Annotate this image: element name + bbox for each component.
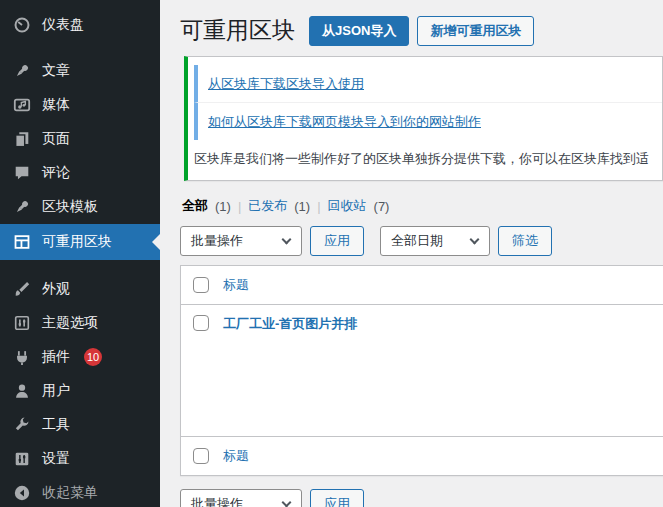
bulk-action-selected-value: 批量操作 xyxy=(191,233,243,248)
sidebar-item-block-templates[interactable]: 区块模板 xyxy=(0,190,160,224)
notice-description: 区块库是我们将一些制作好了的区块单独拆分提供下载，你可以在区块库找到适 xyxy=(194,150,662,168)
block-library-notice: 从区块库下载区块导入使用 如何从区块库下载网页模块导入到你的网站制作 区块库是我… xyxy=(184,56,663,181)
pin-icon xyxy=(12,197,32,217)
sidebar-item-label: 媒体 xyxy=(42,96,70,114)
select-all-checkbox-footer[interactable] xyxy=(193,448,209,464)
filter-separator: | xyxy=(238,199,241,214)
filter-trash-count: (7) xyxy=(374,199,390,214)
filter-all[interactable]: 全部 xyxy=(182,197,208,215)
title-column-footer[interactable]: 标题 xyxy=(223,447,249,465)
sidebar-item-reusable-blocks[interactable]: 可重用区块 xyxy=(0,224,160,260)
filter-button[interactable]: 筛选 xyxy=(498,226,552,256)
sidebar-item-posts[interactable]: 文章 xyxy=(0,54,160,88)
menu-separator xyxy=(0,260,160,272)
row-checkbox[interactable] xyxy=(193,315,209,331)
sidebar-item-dashboard[interactable]: 仪表盘 xyxy=(0,8,160,42)
wrench-icon xyxy=(12,415,32,435)
page-header: 可重用区块 从JSON导入 新增可重用区块 xyxy=(180,0,663,48)
table-footer-row: 标题 xyxy=(181,437,663,475)
filter-separator: | xyxy=(317,199,320,214)
sidebar-item-label: 收起菜单 xyxy=(42,484,98,502)
sidebar-item-label: 插件 xyxy=(42,348,70,366)
theme-options-icon xyxy=(12,313,32,333)
bulk-action-select-bottom[interactable]: 批量操作 xyxy=(180,489,302,507)
plugins-update-badge: 10 xyxy=(84,348,102,366)
sidebar-item-label: 页面 xyxy=(42,130,70,148)
download-blocks-link[interactable]: 从区块库下载区块导入使用 xyxy=(208,76,364,91)
sidebar-item-pages[interactable]: 页面 xyxy=(0,122,160,156)
sidebar-item-label: 仪表盘 xyxy=(42,16,84,34)
sidebar-item-label: 外观 xyxy=(42,280,70,298)
date-filter-selected-value: 全部日期 xyxy=(391,233,443,248)
wordpress-admin-page: 仪表盘 文章 媒体 页面 评论 xyxy=(0,0,663,507)
chevron-down-icon xyxy=(282,498,292,507)
sidebar-item-users[interactable]: 用户 xyxy=(0,374,160,408)
notice-link-row: 如何从区块库下载网页模块导入到你的网站制作 xyxy=(194,103,662,140)
tablenav-top: 批量操作 应用 全部日期 筛选 xyxy=(180,226,663,256)
table-icon xyxy=(12,232,32,252)
dashboard-icon xyxy=(12,15,32,35)
sidebar-item-label: 设置 xyxy=(42,450,70,468)
sidebar-item-media[interactable]: 媒体 xyxy=(0,88,160,122)
sidebar-item-theme-options[interactable]: 主题选项 xyxy=(0,306,160,340)
plugin-icon xyxy=(12,347,32,367)
import-json-button[interactable]: 从JSON导入 xyxy=(309,16,409,46)
sidebar-item-tools[interactable]: 工具 xyxy=(0,408,160,442)
bulk-action-selected-value: 批量操作 xyxy=(191,496,243,507)
apply-button-bottom[interactable]: 应用 xyxy=(310,489,364,507)
pages-icon xyxy=(12,129,32,149)
sidebar-item-appearance[interactable]: 外观 xyxy=(0,272,160,306)
sidebar-item-label: 评论 xyxy=(42,164,70,182)
add-new-reusable-block-button[interactable]: 新增可重用区块 xyxy=(417,16,534,46)
sidebar-item-label: 区块模板 xyxy=(42,198,98,216)
sidebar-item-collapse-menu[interactable]: 收起菜单 xyxy=(0,476,160,507)
select-all-checkbox[interactable] xyxy=(193,277,209,293)
notice-link-row: 从区块库下载区块导入使用 xyxy=(194,65,662,103)
table-header-row: 标题 xyxy=(181,266,663,305)
status-filter-links: 全部 (1) | 已发布 (1) | 回收站 (7) xyxy=(182,197,663,215)
comment-icon xyxy=(12,163,32,183)
filter-published-count: (1) xyxy=(294,199,310,214)
chevron-down-icon xyxy=(470,235,480,245)
main-content: 可重用区块 从JSON导入 新增可重用区块 从区块库下载区块导入使用 如何从区块… xyxy=(160,0,663,507)
user-icon xyxy=(12,381,32,401)
apply-button[interactable]: 应用 xyxy=(310,226,364,256)
settings-icon xyxy=(12,449,32,469)
filter-trash[interactable]: 回收站 xyxy=(328,197,367,215)
sidebar-item-comments[interactable]: 评论 xyxy=(0,156,160,190)
filter-published[interactable]: 已发布 xyxy=(248,197,287,215)
sidebar-item-label: 主题选项 xyxy=(42,314,98,332)
how-to-import-link[interactable]: 如何从区块库下载网页模块导入到你的网站制作 xyxy=(208,114,481,129)
pin-icon xyxy=(12,61,32,81)
sidebar-item-label: 可重用区块 xyxy=(42,233,112,251)
row-title-link[interactable]: 工厂工业-首页图片并排 xyxy=(223,315,357,333)
sidebar-item-label: 文章 xyxy=(42,62,70,80)
sidebar-item-plugins[interactable]: 插件 10 xyxy=(0,340,160,374)
chevron-down-icon xyxy=(282,235,292,245)
bulk-action-select[interactable]: 批量操作 xyxy=(180,226,302,256)
collapse-icon xyxy=(12,483,32,503)
date-filter-select[interactable]: 全部日期 xyxy=(380,226,490,256)
page-title: 可重用区块 xyxy=(180,16,295,46)
brush-icon xyxy=(12,279,32,299)
table-row: 工厂工业-首页图片并排 xyxy=(181,305,663,437)
reusable-blocks-table: 标题 工厂工业-首页图片并排 标题 xyxy=(180,265,663,476)
title-column-header[interactable]: 标题 xyxy=(223,276,249,294)
sidebar-item-settings[interactable]: 设置 xyxy=(0,442,160,476)
sidebar-item-label: 工具 xyxy=(42,416,70,434)
tablenav-bottom: 批量操作 应用 xyxy=(180,489,663,507)
media-icon xyxy=(12,95,32,115)
sidebar-item-label: 用户 xyxy=(42,382,70,400)
filter-all-count: (1) xyxy=(215,199,231,214)
menu-separator xyxy=(0,42,160,54)
admin-sidebar: 仪表盘 文章 媒体 页面 评论 xyxy=(0,0,160,507)
